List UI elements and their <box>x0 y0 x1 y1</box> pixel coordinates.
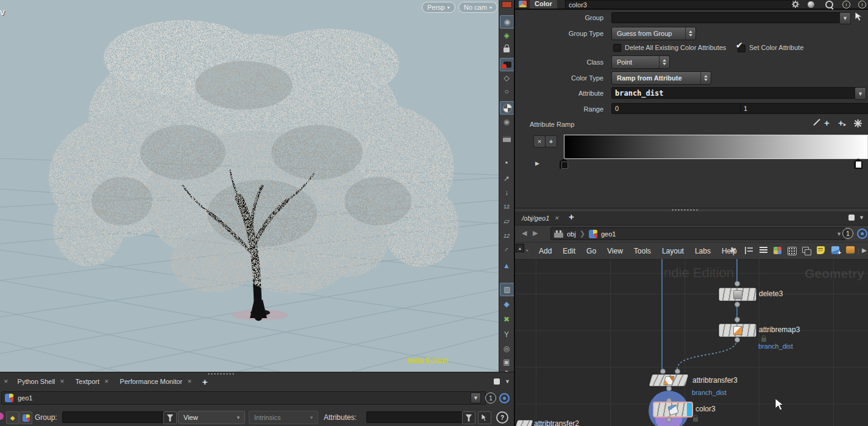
color-palette-icon[interactable] <box>774 247 781 254</box>
link-number-badge[interactable]: 1 <box>485 392 496 403</box>
node-attribremap3[interactable] <box>719 324 756 337</box>
geometry-mode-icon[interactable] <box>20 411 32 424</box>
node-attribtransfer2[interactable] <box>515 420 533 426</box>
help-icon[interactable]: ? <box>496 411 508 424</box>
point-normals-icon[interactable]: ↗ <box>500 172 513 185</box>
snapshot-record-icon[interactable] <box>502 1 512 8</box>
gallery-box-icon[interactable] <box>846 246 855 254</box>
display-flag[interactable] <box>687 403 692 416</box>
node-input-dot[interactable] <box>735 281 740 286</box>
color-ramp-gradient[interactable] <box>564 135 868 159</box>
close-icon[interactable]: ✕ <box>554 215 559 221</box>
node-output-dot[interactable] <box>666 417 672 422</box>
menu-labs[interactable]: Labs <box>689 243 716 259</box>
tree-view-icon[interactable] <box>745 247 754 254</box>
windows-icon[interactable] <box>802 247 809 253</box>
group-filter-input[interactable] <box>62 411 167 423</box>
show-points-icon[interactable]: ● <box>500 156 513 168</box>
prim-numbers-icon[interactable]: 12 <box>500 230 513 242</box>
ramp-delete-key-button[interactable]: × <box>533 135 546 147</box>
new-tab-icon[interactable]: + <box>569 211 574 222</box>
group-star-icon[interactable]: ✖ <box>500 313 513 325</box>
material-shading-icon[interactable] <box>500 101 514 115</box>
visibility-eye-icon[interactable]: ◉ <box>500 116 513 128</box>
chevron-down-icon[interactable]: ▼ <box>836 231 842 237</box>
node-attribtransfer3[interactable] <box>649 374 689 386</box>
close-icon[interactable]: ✕ <box>104 378 109 385</box>
ground-plane-icon[interactable]: ◎ <box>500 343 513 355</box>
menu-layout[interactable]: Layout <box>656 243 689 259</box>
intrinsics-select[interactable]: Intrinsics ▼ <box>249 411 318 424</box>
show-geometry-icon[interactable]: ◈ <box>500 29 513 41</box>
point-numbers-icon[interactable]: 12 <box>500 201 513 213</box>
flipbook-camera-icon[interactable] <box>500 58 514 71</box>
ramp-edit-pencil-icon[interactable] <box>809 119 818 128</box>
node-type-tab[interactable]: Color <box>530 0 557 9</box>
cone-display-icon[interactable]: ▲ <box>500 260 513 272</box>
reselect-arrow-icon[interactable] <box>855 12 863 23</box>
splitter-handle[interactable] <box>671 209 699 211</box>
node-wire[interactable] <box>661 259 663 369</box>
attributes-filter-input[interactable] <box>366 411 466 423</box>
scroll-up-icon[interactable]: ▲ <box>516 244 524 252</box>
light-diamond-icon[interactable]: ◇ <box>500 72 513 84</box>
group-filter-funnel-icon[interactable] <box>163 411 177 424</box>
menu-edit[interactable]: Edit <box>557 243 581 259</box>
node-delete3[interactable] <box>719 288 756 301</box>
menu-view[interactable]: View <box>602 243 628 259</box>
menu-scroll-left-icon[interactable]: ◂ <box>525 247 528 253</box>
node-name-field[interactable]: color3 <box>565 0 792 9</box>
grid-dots-icon[interactable] <box>788 247 797 255</box>
attribute-input[interactable]: branch_dist <box>611 87 859 99</box>
tab-python-shell[interactable]: Python Shell ✕ <box>12 375 70 388</box>
network-canvas[interactable]: Indie Edition Geometry delete3 at <box>515 259 868 426</box>
follow-selection-pin-icon[interactable] <box>499 393 510 403</box>
node-input-dot[interactable] <box>735 317 740 322</box>
node-path-dropdown[interactable]: ▼ <box>471 392 481 403</box>
group-type-select[interactable]: Guess from Group <box>611 27 696 40</box>
shader-ball-icon[interactable] <box>806 1 816 8</box>
gear-icon[interactable] <box>791 1 800 8</box>
points-mode-icon[interactable]: ◆ <box>6 411 19 424</box>
sticky-note-icon[interactable] <box>817 246 825 254</box>
ramp-move-keys-icon[interactable]: + <box>824 118 830 128</box>
pane-menu-icon[interactable]: ▼ <box>500 378 514 385</box>
group-input[interactable] <box>611 12 845 23</box>
menu-go[interactable]: Go <box>581 243 602 259</box>
breadcrumb-root[interactable]: obj <box>567 230 576 238</box>
perspective-view-button[interactable]: Persp ▾ <box>422 2 455 13</box>
pane-menu-icon[interactable]: ▼ <box>859 215 864 221</box>
close-icon[interactable]: ✕ <box>60 378 65 385</box>
wind-fan-icon[interactable]: Y <box>500 328 513 341</box>
lock-camera-icon[interactable] <box>500 43 513 55</box>
ramp-add-key-button[interactable]: + <box>545 135 557 147</box>
new-tab-icon[interactable]: + <box>197 377 213 387</box>
nav-back-icon[interactable]: ◀ <box>522 229 527 237</box>
node-input-dot[interactable] <box>660 369 666 374</box>
spreadsheet-node-path[interactable]: geo1 <box>1 391 486 405</box>
pane-maximize-icon[interactable] <box>848 215 855 221</box>
ramp-key-black[interactable] <box>560 158 568 169</box>
attributes-funnel-icon[interactable] <box>462 411 475 424</box>
menu-tools[interactable]: Tools <box>628 243 656 259</box>
close-icon[interactable]: ✕ <box>187 378 192 385</box>
ramp-expand-icon[interactable]: ▶ <box>535 160 539 166</box>
partial-tool-icon[interactable] <box>0 413 4 420</box>
menu-scroll-right-icon[interactable]: ▶ <box>862 247 867 254</box>
breadcrumb-current[interactable]: geo1 <box>601 230 616 238</box>
scene-view-icon[interactable] <box>500 133 513 145</box>
pane-splitter-handle[interactable] <box>207 373 235 375</box>
point-trail-icon[interactable]: ↓ <box>500 186 513 199</box>
ramp-key-white[interactable] <box>854 158 863 169</box>
info-icon[interactable]: i <box>842 1 851 8</box>
view-tool-icon[interactable]: ◉ <box>500 15 514 29</box>
tab-performance-monitor[interactable]: Performance Monitor ✕ <box>115 375 197 388</box>
view-mode-select[interactable]: View ▼ <box>178 411 245 424</box>
group-dropdown[interactable]: ▼ <box>839 12 851 24</box>
toolbar-scroll-down-icon[interactable]: ▼ <box>500 366 513 372</box>
camera-select-button[interactable]: No cam ▾ <box>458 2 497 13</box>
scene-viewport[interactable]: v Persp ▾ No cam ▾ Indie Edition ◉ ◈ ◇ ○… <box>0 0 514 372</box>
range-min-input[interactable]: 0 <box>611 103 744 114</box>
node-output-dot[interactable] <box>735 337 740 343</box>
search-icon[interactable] <box>825 1 834 8</box>
